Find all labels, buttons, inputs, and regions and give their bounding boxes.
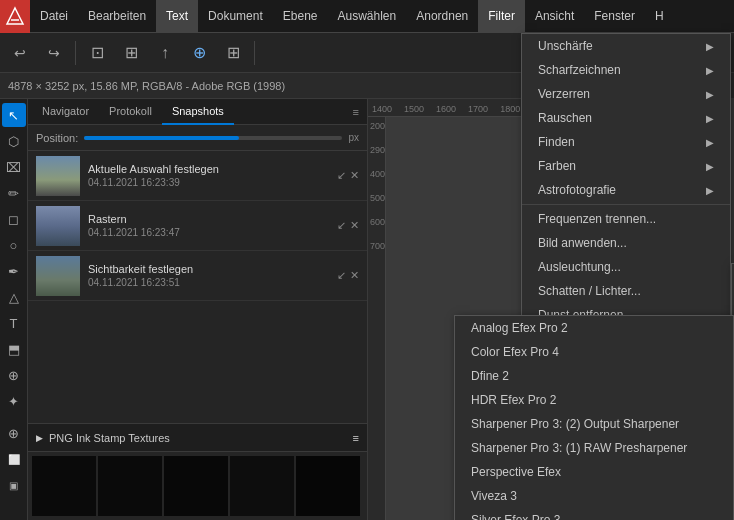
left-toolbar: ↖ ⬡ ⌧ ✏ ◻ ○ ✒ △ T ⬒ ⊕ ✦ ⊕ ⬜ ▣ — [0, 99, 28, 520]
snapshot-thumb-2 — [36, 206, 80, 246]
snapshot-thumb-3 — [36, 256, 80, 296]
tab-navigator[interactable]: Navigator — [32, 99, 99, 125]
ruler-v-mark-5: 600 — [370, 217, 385, 227]
library-expand-icon[interactable]: ▶ — [36, 433, 43, 443]
snapshot-item-2[interactable]: Rastern 04.11.2021 16:23:47 ↙ ✕ — [28, 201, 367, 251]
nik-silver[interactable]: Silver Efex Pro 3 — [455, 508, 733, 520]
tool-extra2[interactable]: ▣ — [2, 473, 26, 497]
nik-viveza[interactable]: Viveza 3 — [455, 484, 733, 508]
ruler-h-mark-2: 1500 — [404, 104, 424, 114]
tool-text[interactable]: T — [2, 311, 26, 335]
snapshot-restore-icon-3[interactable]: ↙ — [337, 269, 346, 282]
nik-dfine[interactable]: Dfine 2 — [455, 364, 733, 388]
tool-fill[interactable]: ⬒ — [2, 337, 26, 361]
menu-filter-verzerren-arrow: ▶ — [706, 89, 714, 100]
menu-filter-astrofotografie[interactable]: Astrofotografie ▶ — [522, 178, 730, 202]
menu-ansicht[interactable]: Ansicht — [525, 0, 584, 33]
nik-sharpener-1[interactable]: Sharpener Pro 3: (1) RAW Presharpener — [455, 436, 733, 460]
ruler-v-mark-3: 400 — [370, 169, 385, 179]
menu-filter-schatten[interactable]: Schatten / Lichter... — [522, 279, 730, 303]
library-grid — [28, 452, 367, 520]
app-logo — [0, 0, 30, 33]
snapshot-delete-icon-2[interactable]: ✕ — [350, 219, 359, 232]
tool-color-picker[interactable]: ⊕ — [2, 363, 26, 387]
ruler-v-mark-2: 290 — [370, 145, 385, 155]
menu-text[interactable]: Text — [156, 0, 198, 33]
menu-filter-scharfzeichnen[interactable]: Scharfzeichnen ▶ — [522, 58, 730, 82]
tool-pen[interactable]: ✒ — [2, 259, 26, 283]
menu-filter-rauschen[interactable]: Rauschen ▶ — [522, 106, 730, 130]
menu-dokument[interactable]: Dokument — [198, 0, 273, 33]
snapshot-restore-icon-1[interactable]: ↙ — [337, 169, 346, 182]
toolbar-export[interactable]: ↑ — [149, 37, 181, 69]
toolbar-undo[interactable]: ↩ — [4, 37, 36, 69]
snapshot-title-3: Sichtbarkeit festlegen — [88, 263, 329, 275]
tool-circle[interactable]: ○ — [2, 233, 26, 257]
menu-filter-finden-label: Finden — [538, 135, 575, 149]
tool-node[interactable]: ⬡ — [2, 129, 26, 153]
nik-sharpener-2-label: Sharpener Pro 3: (2) Output Sharpener — [471, 417, 679, 431]
menu-datei[interactable]: Datei — [30, 0, 78, 33]
menu-filter-bild[interactable]: Bild anwenden... — [522, 231, 730, 255]
tool-shape[interactable]: △ — [2, 285, 26, 309]
tool-crop[interactable]: ⌧ — [2, 155, 26, 179]
snapshot-item-1[interactable]: Aktuelle Auswahl festlegen 04.11.2021 16… — [28, 151, 367, 201]
toolbar-grid[interactable]: ⊞ — [217, 37, 249, 69]
library-item-5[interactable] — [296, 456, 360, 516]
position-bar: Position: px — [28, 125, 367, 151]
snapshot-info-1: Aktuelle Auswahl festlegen 04.11.2021 16… — [88, 163, 329, 188]
snapshot-icons-1: ↙ ✕ — [337, 169, 359, 182]
snapshot-restore-icon-2[interactable]: ↙ — [337, 219, 346, 232]
tool-select[interactable]: ↖ — [2, 103, 26, 127]
nik-perspective[interactable]: Perspective Efex — [455, 460, 733, 484]
menu-anordnen[interactable]: Anordnen — [406, 0, 478, 33]
library-options-icon[interactable]: ≡ — [353, 432, 359, 444]
snapshot-item-3[interactable]: Sichtbarkeit festlegen 04.11.2021 16:23:… — [28, 251, 367, 301]
nik-hdr[interactable]: HDR Efex Pro 2 — [455, 388, 733, 412]
library-item-4[interactable] — [230, 456, 294, 516]
tool-erase[interactable]: ◻ — [2, 207, 26, 231]
menu-filter[interactable]: Filter — [478, 0, 525, 33]
tool-zoom[interactable]: ⊕ — [2, 421, 26, 445]
menu-auswaehlen[interactable]: Auswählen — [327, 0, 406, 33]
tool-hand[interactable]: ✦ — [2, 389, 26, 413]
nik-color[interactable]: Color Efex Pro 4 — [455, 340, 733, 364]
toolbar-arrange[interactable]: ⊡ — [81, 37, 113, 69]
library-item-3[interactable] — [164, 456, 228, 516]
menu-filter-frequenzen[interactable]: Frequenzen trennen... — [522, 207, 730, 231]
position-slider-fill — [84, 136, 239, 140]
snapshot-delete-icon-1[interactable]: ✕ — [350, 169, 359, 182]
position-slider[interactable] — [84, 136, 342, 140]
nik-sharpener-2[interactable]: Sharpener Pro 3: (2) Output Sharpener — [455, 412, 733, 436]
menu-filter-finden[interactable]: Finden ▶ — [522, 130, 730, 154]
tool-extra1[interactable]: ⬜ — [2, 447, 26, 471]
snapshot-date-1: 04.11.2021 16:23:39 — [88, 177, 329, 188]
library-item-2[interactable] — [98, 456, 162, 516]
menu-help[interactable]: H — [645, 0, 674, 33]
tab-snapshots[interactable]: Snapshots — [162, 99, 234, 125]
snapshot-date-2: 04.11.2021 16:23:47 — [88, 227, 329, 238]
snapshot-info-2: Rastern 04.11.2021 16:23:47 — [88, 213, 329, 238]
menu-ebene[interactable]: Ebene — [273, 0, 328, 33]
nik-analog[interactable]: Analog Efex Pro 2 — [455, 316, 733, 340]
menu-filter-unschaerfe[interactable]: Unschärfe ▶ — [522, 34, 730, 58]
nik-hdr-label: HDR Efex Pro 2 — [471, 393, 556, 407]
menu-filter-unschaerfe-arrow: ▶ — [706, 41, 714, 52]
filter-dropdown-menu: Unschärfe ▶ Scharfzeichnen ▶ Verzerren ▶… — [521, 33, 731, 357]
snapshot-delete-icon-3[interactable]: ✕ — [350, 269, 359, 282]
toolbar-share[interactable]: ⊕ — [183, 37, 215, 69]
ruler-v-mark-1: 200 — [370, 121, 385, 131]
menu-filter-ausleuchtung[interactable]: Ausleuchtung... — [522, 255, 730, 279]
toolbar-pixel[interactable]: ⊞ — [115, 37, 147, 69]
toolbar-redo[interactable]: ↪ — [38, 37, 70, 69]
panel-options-icon[interactable]: ≡ — [353, 106, 363, 118]
tool-paint[interactable]: ✏ — [2, 181, 26, 205]
menu-filter-verzerren[interactable]: Verzerren ▶ — [522, 82, 730, 106]
menu-fenster[interactable]: Fenster — [584, 0, 645, 33]
menubar: Datei Bearbeiten Text Dokument Ebene Aus… — [0, 0, 734, 33]
menu-filter-farben[interactable]: Farben ▶ — [522, 154, 730, 178]
menu-bearbeiten[interactable]: Bearbeiten — [78, 0, 156, 33]
library-section: ▶ PNG Ink Stamp Textures ≡ — [28, 423, 367, 520]
tab-protokoll[interactable]: Protokoll — [99, 99, 162, 125]
library-item-1[interactable] — [32, 456, 96, 516]
